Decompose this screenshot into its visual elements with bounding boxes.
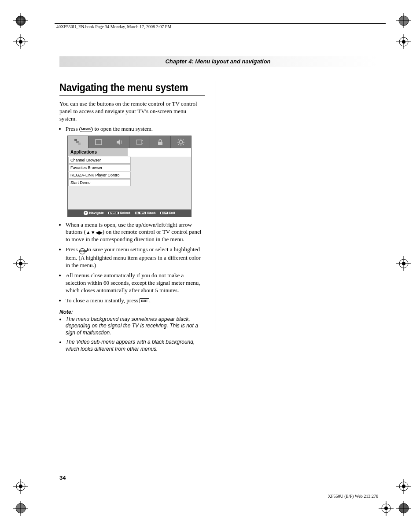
picture-icon bbox=[94, 138, 103, 146]
osd-item: Channel Browser bbox=[68, 157, 131, 164]
osd-tab-preferences bbox=[129, 136, 150, 148]
osd-item: Start Demo bbox=[68, 179, 131, 186]
instruction-item: When a menu is open, use the up/down/lef… bbox=[66, 221, 205, 244]
register-mark-icon bbox=[379, 501, 394, 516]
osd-category-label: Applications bbox=[68, 148, 128, 156]
text: Press bbox=[66, 125, 79, 132]
osd-item: REGZA-LINK Player Control bbox=[68, 172, 131, 179]
register-mark-icon bbox=[396, 34, 411, 49]
osd-footer-label: Exit bbox=[169, 211, 175, 215]
preferences-icon bbox=[135, 138, 144, 146]
osd-body: Channel Browser Favorites Browser REGZA-… bbox=[68, 157, 191, 209]
osd-footer-label: Select bbox=[120, 211, 130, 215]
footer-doc-id: XF550U (E/F) Web 213:276 bbox=[328, 494, 378, 499]
applications-icon bbox=[74, 138, 82, 146]
footer-rule bbox=[59, 472, 376, 472]
title-rule bbox=[59, 95, 205, 96]
svg-line-52 bbox=[178, 140, 179, 140]
exit-key-icon: EXIT bbox=[140, 298, 149, 303]
crop-mark-icon bbox=[396, 13, 411, 28]
enter-button-icon: ENTER bbox=[79, 248, 85, 254]
note-item: The menu background may sometimes appear… bbox=[66, 316, 205, 337]
text: Press bbox=[66, 246, 79, 253]
osd-menu-figure: Applications Channel Browser Favorites B… bbox=[67, 136, 192, 217]
page-number: 34 bbox=[59, 474, 66, 481]
column-divider bbox=[215, 81, 215, 331]
osd-footer-label: Navigate bbox=[89, 211, 103, 215]
arrow-left-icon: ◀ bbox=[96, 230, 99, 235]
header-runner: 40XF550U_EN.book Page 34 Monday, March 1… bbox=[56, 24, 171, 29]
register-mark-icon bbox=[13, 479, 28, 494]
text: to open the menu system. bbox=[93, 125, 153, 132]
section-title: Navigating the menu system bbox=[59, 81, 193, 94]
svg-rect-43 bbox=[78, 143, 81, 145]
crop-mark-icon bbox=[13, 501, 28, 516]
svg-rect-45 bbox=[136, 140, 142, 144]
osd-tab-setup bbox=[171, 136, 191, 148]
osd-tab-picture bbox=[88, 136, 109, 148]
register-mark-icon bbox=[396, 479, 411, 494]
instruction-item: Press MENU to open the menu system. bbox=[66, 125, 205, 133]
note-item: The Video sub-menu appears with a black … bbox=[66, 339, 205, 352]
lock-icon bbox=[156, 138, 165, 146]
menu-key-icon: MENU bbox=[79, 127, 93, 132]
text: To close a menu instantly, press bbox=[66, 297, 140, 304]
svg-line-53 bbox=[183, 144, 184, 145]
instruction-item: Press ENTER to save your menu settings o… bbox=[66, 246, 205, 269]
osd-tab-sound bbox=[109, 136, 130, 148]
register-mark-icon bbox=[13, 34, 28, 49]
osd-footer-label: Back bbox=[147, 211, 155, 215]
text: to save your menu settings or select a h… bbox=[66, 246, 201, 268]
arrow-down-icon: ▼ bbox=[91, 230, 96, 235]
note-heading: Note: bbox=[59, 309, 205, 315]
svg-line-55 bbox=[178, 144, 179, 145]
arrow-up-icon: ▲ bbox=[86, 230, 91, 235]
svg-rect-44 bbox=[96, 140, 102, 145]
text: . bbox=[149, 297, 151, 304]
chapter-heading: Chapter 4: Menu layout and navigation bbox=[59, 56, 376, 67]
instruction-item: To close a menu instantly, press EXIT. bbox=[66, 297, 205, 305]
exit-key-icon: EXIT bbox=[160, 212, 168, 214]
osd-tab-lock bbox=[150, 136, 171, 148]
osd-tab-bar bbox=[68, 136, 191, 148]
intro-paragraph: You can use the buttons on the remote co… bbox=[59, 100, 205, 123]
header-rule bbox=[55, 23, 386, 24]
dpad-icon: ✦ bbox=[84, 211, 88, 215]
svg-point-47 bbox=[179, 140, 183, 144]
instruction-item: All menus close automatically if you do … bbox=[66, 272, 205, 294]
osd-footer: ✦Navigate ENTERSelect CH RTNBack EXITExi… bbox=[68, 209, 191, 217]
chrtn-key-icon: CH RTN bbox=[135, 212, 147, 214]
gear-icon bbox=[177, 138, 185, 146]
crop-mark-icon bbox=[396, 501, 411, 516]
register-mark-icon bbox=[13, 256, 28, 271]
arrow-right-icon: ▶ bbox=[99, 230, 103, 235]
svg-rect-46 bbox=[158, 142, 162, 145]
enter-key-icon: ENTER bbox=[108, 212, 119, 214]
osd-item: Favorites Browser bbox=[68, 164, 131, 171]
sound-icon bbox=[115, 138, 124, 146]
svg-line-54 bbox=[183, 140, 184, 140]
register-mark-icon bbox=[396, 256, 411, 271]
osd-tab-applications bbox=[68, 136, 88, 148]
crop-mark-icon bbox=[13, 13, 28, 28]
